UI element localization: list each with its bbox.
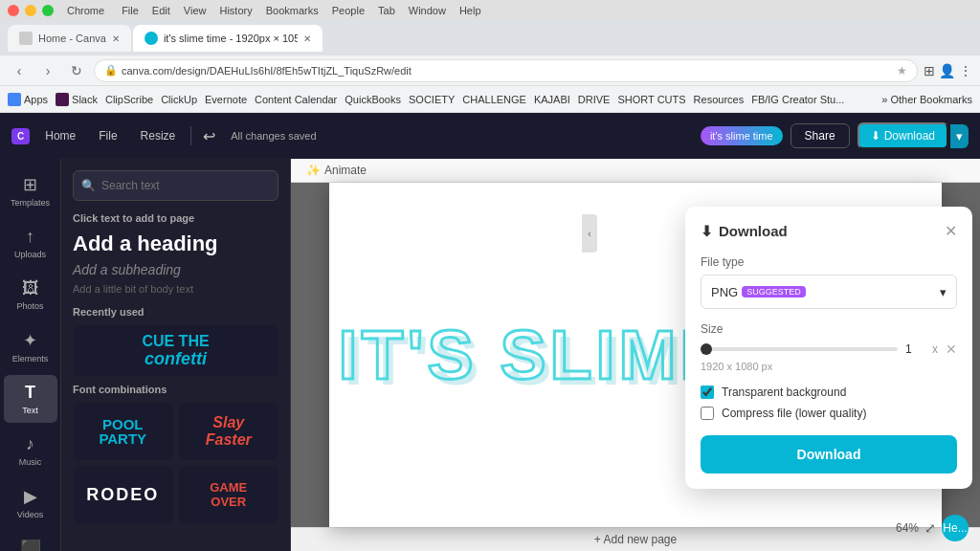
- file-nav-btn[interactable]: File: [91, 125, 124, 146]
- design-tab-close[interactable]: ✕: [303, 33, 311, 44]
- close-dot[interactable]: [8, 5, 19, 16]
- panel-close-button[interactable]: ✕: [945, 222, 957, 240]
- bm-fbig[interactable]: FB/IG Creator Stu...: [751, 94, 844, 105]
- minimize-dot[interactable]: [25, 5, 36, 16]
- undo-button[interactable]: ↩: [199, 123, 219, 149]
- compress-row: Compress file (lower quality): [701, 407, 957, 420]
- back-button[interactable]: ‹: [8, 59, 31, 82]
- chrome-menu-people[interactable]: People: [332, 5, 365, 16]
- maximize-dot[interactable]: [42, 5, 54, 16]
- profile-icon[interactable]: 👤: [939, 63, 955, 78]
- download-arrow-button[interactable]: ▾: [950, 124, 969, 148]
- sidebar-item-text[interactable]: T Text: [4, 375, 57, 423]
- bookmark-icon[interactable]: ★: [897, 64, 907, 77]
- panel-title: ⬇ Download: [701, 223, 788, 240]
- videos-icon: ▶: [24, 486, 37, 507]
- home-tab-close[interactable]: ✕: [112, 33, 120, 44]
- slay-faster-text: SlayFaster: [206, 414, 252, 449]
- bm-content-calendar[interactable]: Content Calendar: [255, 94, 337, 105]
- file-type-select[interactable]: PNG SUGGESTED ▾: [701, 275, 957, 309]
- design-tab[interactable]: it's slime time - 1920px × 105... ✕: [133, 25, 323, 52]
- music-icon: ♪: [26, 434, 34, 454]
- fullscreen-button[interactable]: ⤢: [924, 520, 936, 536]
- resize-nav-btn[interactable]: Resize: [133, 125, 184, 146]
- bm-shortcuts[interactable]: SHORT CUTS: [617, 94, 685, 105]
- bm-resources[interactable]: Resources: [694, 94, 745, 105]
- chrome-menu-tab[interactable]: Tab: [378, 5, 395, 16]
- sidebar-item-photos[interactable]: 🖼 Photos: [4, 271, 57, 319]
- chrome-menu-view[interactable]: View: [184, 5, 207, 16]
- bm-apps[interactable]: Apps: [8, 93, 48, 106]
- chrome-menu-window[interactable]: Window: [409, 5, 446, 16]
- chrome-menu-edit[interactable]: Edit: [152, 5, 170, 16]
- download-action-button[interactable]: Download: [701, 435, 957, 474]
- share-button[interactable]: Share: [791, 123, 850, 148]
- cue-confetti-preview[interactable]: CUE THE confetti: [73, 325, 278, 376]
- bm-clipscribe[interactable]: ClipScribe: [105, 94, 153, 105]
- bm-kajabi[interactable]: KAJABI: [534, 94, 570, 105]
- left-sidebar: ⊞ Templates ↑ Uploads 🖼 Photos ✦ Element…: [0, 159, 61, 551]
- text-content-panel: 🔍 Click text to add to page Add a headin…: [61, 159, 291, 551]
- search-input[interactable]: [101, 179, 270, 192]
- bm-clickup[interactable]: ClickUp: [161, 94, 197, 105]
- compress-checkbox[interactable]: [701, 407, 714, 420]
- sidebar-item-elements[interactable]: ✦ Elements: [4, 322, 57, 371]
- panel-header: ⬇ Download ✕: [701, 222, 957, 240]
- bm-society[interactable]: SOCIETY: [409, 94, 455, 105]
- font-combinations-label: Font combinations: [73, 384, 278, 395]
- transparent-bg-checkbox[interactable]: [701, 386, 714, 399]
- pool-party-card[interactable]: POOLPARTY: [73, 403, 173, 460]
- download-button[interactable]: ⬇ Download: [858, 122, 948, 149]
- sidebar-item-templates[interactable]: ⊞ Templates: [4, 166, 57, 215]
- chrome-more-icon[interactable]: ⋮: [959, 63, 972, 78]
- topbar-right: it's slime time Share ⬇ Download ▾: [701, 122, 969, 149]
- design-tab-label: it's slime time - 1920px × 105...: [164, 33, 298, 44]
- animate-button[interactable]: ✨ Animate: [306, 164, 367, 177]
- rodeo-card[interactable]: RODEO: [73, 466, 173, 523]
- chrome-menu-help[interactable]: Help: [459, 5, 481, 16]
- collapse-panel-button[interactable]: ‹: [582, 214, 597, 253]
- bm-slack[interactable]: Slack: [56, 93, 98, 106]
- add-body-text[interactable]: Add a little bit of body text: [73, 283, 278, 295]
- compress-label[interactable]: Compress file (lower quality): [722, 407, 866, 420]
- sidebar-item-background[interactable]: ⬛ Bkground: [4, 531, 57, 551]
- size-slider[interactable]: [701, 347, 898, 351]
- animate-icon: ✨: [306, 164, 321, 177]
- extensions-icon[interactable]: ⊞: [924, 63, 935, 78]
- sidebar-item-uploads[interactable]: ↑ Uploads: [4, 219, 57, 267]
- url-text[interactable]: canva.com/design/DAEHuLIs6hI/8fEh5wTItjZ…: [122, 65, 412, 77]
- bm-evernote[interactable]: Evernote: [205, 94, 247, 105]
- canvas-toolbar: ✨ Animate ‹: [291, 159, 980, 183]
- sidebar-item-music[interactable]: ♪ Music: [4, 427, 57, 474]
- size-value: 1: [905, 342, 924, 356]
- bm-quickbooks[interactable]: QuickBooks: [345, 94, 401, 105]
- forward-button[interactable]: ›: [36, 59, 59, 82]
- transparent-bg-label[interactable]: Transparent background: [722, 386, 846, 399]
- chrome-menu-bookmarks[interactable]: Bookmarks: [266, 5, 319, 16]
- sidebar-item-videos[interactable]: ▶ Videos: [4, 478, 57, 527]
- canva-main: ⊞ Templates ↑ Uploads 🖼 Photos ✦ Element…: [0, 159, 980, 551]
- home-tab[interactable]: Home - Canva ✕: [8, 25, 131, 52]
- game-over-card[interactable]: GAMEOVER: [179, 466, 279, 523]
- canva-logo[interactable]: C: [11, 128, 30, 144]
- size-controls: 1 x ✕: [701, 342, 957, 357]
- search-box[interactable]: 🔍: [73, 170, 278, 201]
- chrome-menu-history[interactable]: History: [219, 5, 252, 16]
- slay-faster-card[interactable]: SlayFaster: [179, 403, 279, 460]
- home-nav-btn[interactable]: Home: [37, 125, 83, 146]
- chrome-menu-file[interactable]: File: [122, 5, 139, 16]
- add-subheading[interactable]: Add a subheading: [73, 262, 278, 277]
- add-page-button[interactable]: + Add new page: [594, 533, 677, 546]
- reload-button[interactable]: ↻: [65, 59, 88, 82]
- bm-challenge[interactable]: CHALLENGE: [462, 94, 526, 105]
- file-type-label: File type: [701, 255, 957, 269]
- bm-other[interactable]: »Other Bookmarks: [881, 94, 972, 105]
- bm-drive[interactable]: DRIVE: [578, 94, 611, 105]
- canvas-bottom-bar: + Add new page 64% ⤢ He...: [291, 527, 980, 551]
- help-button[interactable]: He...: [942, 515, 969, 541]
- panel-title-text: Download: [719, 223, 788, 239]
- add-heading[interactable]: Add a heading: [73, 231, 278, 256]
- templates-icon: ⊞: [23, 174, 37, 195]
- size-clear-icon[interactable]: ✕: [946, 342, 957, 357]
- url-input[interactable]: 🔒 canva.com/design/DAEHuLIs6hI/8fEh5wTIt…: [94, 59, 918, 82]
